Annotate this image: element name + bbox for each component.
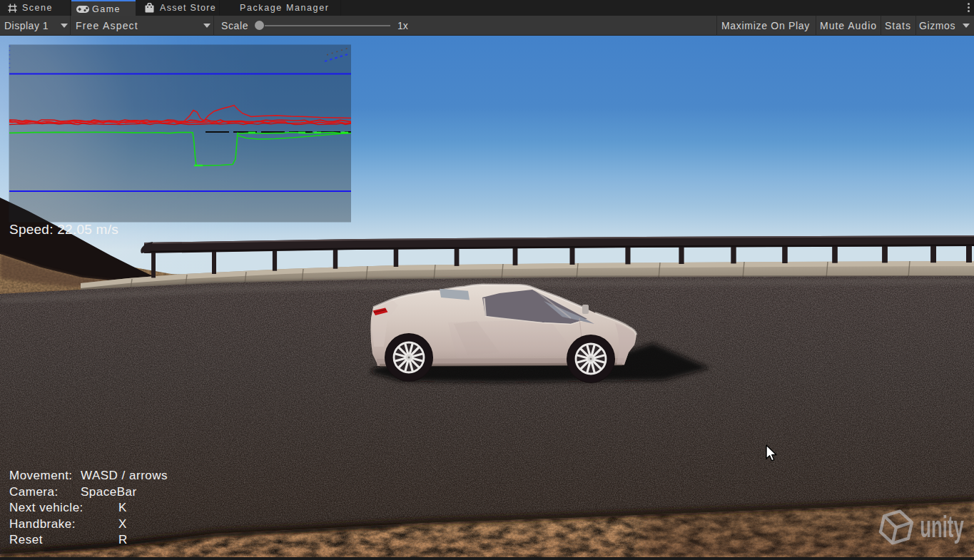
svg-text:unity: unity xyxy=(920,509,964,544)
